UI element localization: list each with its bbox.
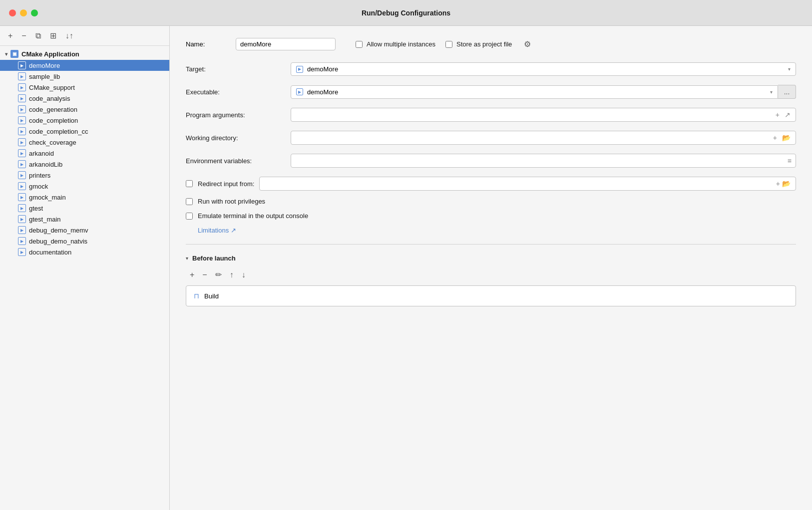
redirect-input-row: Redirect input from: + 📂 (186, 177, 796, 191)
sidebar-item-code_generation[interactable]: ▶ code_generation (0, 104, 169, 115)
run-with-root-label[interactable]: Run with root privileges (198, 198, 265, 205)
program-arguments-control: + ↗ (291, 108, 796, 122)
item-icon-code-completion-cc: ▶ (18, 127, 26, 135)
working-directory-row: Working directory: + 📂 (186, 131, 796, 145)
executable-dropdown[interactable]: ▶ demoMore ▾ (291, 85, 778, 99)
sidebar-item-printers[interactable]: ▶ printers (0, 170, 169, 181)
sidebar-item-arkanoidLib[interactable]: ▶ arkanoidLib (0, 159, 169, 170)
item-icon-check-coverage: ▶ (18, 138, 26, 146)
sidebar-item-arkanoid[interactable]: ▶ arkanoid (0, 148, 169, 159)
item-icon-documentation: ▶ (18, 248, 26, 256)
working-directory-add-button[interactable]: + (772, 134, 778, 142)
before-launch-remove-button[interactable]: − (200, 269, 209, 280)
sidebar-item-code_analysis[interactable]: ▶ code_analysis (0, 93, 169, 104)
item-label-code-completion: code_completion (29, 117, 78, 124)
target-dropdown[interactable]: ▶ demoMore ▾ (291, 62, 796, 76)
redirect-input-checkbox[interactable] (186, 180, 193, 187)
cmake-application-group[interactable]: ▾ ▣ CMake Application (0, 48, 169, 60)
cmake-group-icon: ▣ (10, 50, 18, 58)
environment-variables-row: Environment variables: ≡ (186, 154, 796, 168)
sidebar-item-gtest_main[interactable]: ▶ gtest_main (0, 214, 169, 225)
sidebar-item-code_completion_cc[interactable]: ▶ code_completion_cc (0, 126, 169, 137)
item-label-sample_lib: sample_lib (29, 73, 60, 80)
emulate-terminal-checkbox[interactable] (186, 213, 193, 220)
item-label-code-generation: code_generation (29, 106, 77, 113)
program-arguments-add-button[interactable]: + (775, 111, 781, 119)
sidebar-item-gtest[interactable]: ▶ gtest (0, 203, 169, 214)
store-as-project-file-checkbox-label[interactable]: Store as project file (445, 40, 512, 48)
before-launch-add-button[interactable]: + (188, 269, 196, 280)
environment-variables-input[interactable] (295, 157, 788, 165)
sidebar-item-demoMore[interactable]: ▶ demoMore (0, 60, 169, 71)
name-label: Name: (186, 40, 226, 48)
environment-variables-list-button[interactable]: ≡ (788, 157, 792, 165)
window-controls (9, 9, 38, 16)
sidebar-item-CMake_support[interactable]: ▶ CMake_support (0, 82, 169, 93)
close-button[interactable] (9, 9, 16, 16)
target-label: Target: (186, 65, 291, 73)
sidebar-item-gmock[interactable]: ▶ gmock (0, 181, 169, 192)
item-label-debug-demo-memv: debug_demo_memv (29, 227, 88, 234)
add-config-button[interactable]: + (6, 30, 14, 41)
sidebar-item-check_coverage[interactable]: ▶ check_coverage (0, 137, 169, 148)
sidebar-item-gmock_main[interactable]: ▶ gmock_main (0, 192, 169, 203)
item-icon-demoMore: ▶ (18, 61, 26, 69)
before-launch-edit-button[interactable]: ✏ (213, 269, 224, 280)
store-as-project-file-checkbox[interactable] (445, 41, 452, 48)
title-bar: Run/Debug Configurations (0, 0, 812, 26)
target-dd-text: demoMore (307, 65, 784, 73)
before-launch-item-build[interactable]: ⊓ Build (192, 290, 790, 302)
window-title: Run/Debug Configurations (362, 9, 450, 17)
run-with-root-checkbox[interactable] (186, 198, 193, 205)
before-launch-list: ⊓ Build (186, 285, 796, 306)
working-directory-input[interactable] (295, 134, 769, 142)
item-label-cmake-support: CMake_support (29, 84, 75, 91)
before-launch-header[interactable]: ▾ Before launch (186, 255, 796, 262)
redirect-input-browse-button[interactable]: 📂 (781, 180, 792, 188)
gear-button[interactable]: ⚙ (524, 39, 531, 49)
sidebar-item-code_completion[interactable]: ▶ code_completion (0, 115, 169, 126)
program-arguments-expand-button[interactable]: ↗ (784, 111, 792, 119)
limitations-link[interactable]: Limitations ↗ (198, 227, 236, 234)
copy-config-button[interactable]: ⧉ (33, 30, 43, 41)
executable-label: Executable: (186, 88, 291, 96)
allow-multiple-instances-checkbox[interactable] (356, 41, 363, 48)
redirect-input-input[interactable] (264, 180, 775, 188)
executable-browse-button[interactable]: ... (778, 85, 796, 99)
sort-button[interactable]: ↓↑ (63, 30, 75, 41)
allow-multiple-instances-checkbox-label[interactable]: Allow multiple instances (356, 40, 435, 48)
program-arguments-field: + ↗ (291, 108, 796, 122)
item-label-gtest: gtest (29, 205, 43, 212)
emulate-terminal-label[interactable]: Emulate terminal in the output console (198, 212, 308, 220)
before-launch-move-up-button[interactable]: ↑ (228, 269, 236, 280)
item-icon-arkanoidlib: ▶ (18, 160, 26, 168)
sidebar-item-documentation[interactable]: ▶ documentation (0, 247, 169, 257)
item-label-debug-demo-natvis: debug_demo_natvis (29, 238, 87, 245)
store-as-project-file-label: Store as project file (456, 40, 512, 48)
item-label-demoMore: demoMore (29, 62, 60, 69)
maximize-button[interactable] (31, 9, 38, 16)
item-icon-gmock-main: ▶ (18, 193, 26, 201)
executable-row: Executable: ▶ demoMore ▾ ... (186, 85, 796, 99)
redirect-input-add-button[interactable]: + (775, 180, 781, 188)
limitations-row: Limitations ↗ (186, 227, 796, 234)
item-icon-code-generation: ▶ (18, 105, 26, 113)
working-directory-control: + 📂 (291, 131, 796, 145)
name-input[interactable] (236, 38, 336, 50)
item-icon-arkanoid: ▶ (18, 149, 26, 157)
sidebar-item-debug_demo_memv[interactable]: ▶ debug_demo_memv (0, 225, 169, 236)
sidebar-item-sample_lib[interactable]: ▶ sample_lib (0, 71, 169, 82)
remove-config-button[interactable]: − (19, 30, 28, 41)
program-arguments-input[interactable] (295, 111, 772, 119)
name-row: Name: Allow multiple instances Store as … (186, 38, 796, 50)
target-row: Target: ▶ demoMore ▾ (186, 62, 796, 76)
item-icon-gtest-main: ▶ (18, 215, 26, 223)
before-launch-move-down-button[interactable]: ↓ (240, 269, 248, 280)
sidebar-item-debug_demo_natvis[interactable]: ▶ debug_demo_natvis (0, 236, 169, 247)
section-divider (186, 244, 796, 245)
minimize-button[interactable] (20, 9, 27, 16)
new-folder-button[interactable]: ⊞ (48, 30, 58, 41)
target-dd-chevron-icon: ▾ (788, 66, 791, 72)
working-directory-browse-button[interactable]: 📂 (781, 134, 792, 142)
item-label-code-analysis: code_analysis (29, 95, 70, 102)
